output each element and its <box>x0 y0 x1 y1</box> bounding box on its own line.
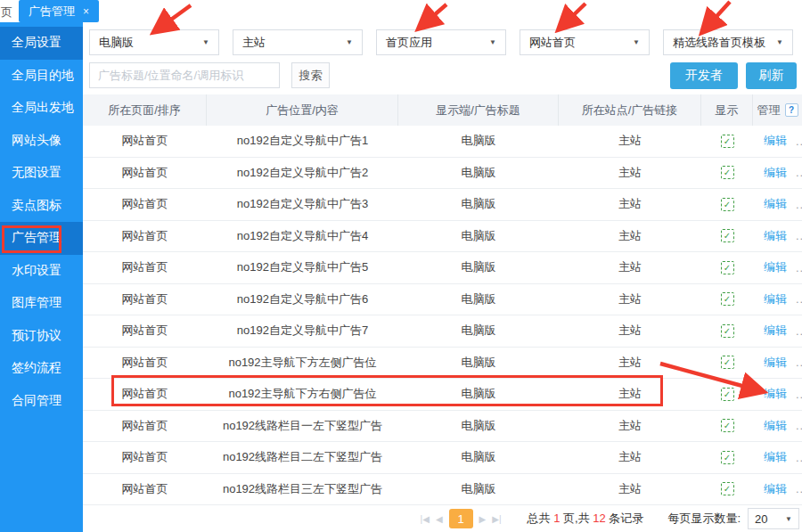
edit-link[interactable]: 编辑 <box>764 355 787 371</box>
header-terminal-title: 显示端/广告标题 <box>398 94 559 126</box>
developer-button[interactable]: 开发者 <box>670 62 738 89</box>
filter-select-2[interactable]: 主站▼ <box>233 29 363 55</box>
cell-site: 主站 <box>559 442 701 473</box>
cell-manage: 编辑.. <box>753 158 802 189</box>
filter-select-value: 网站首页 <box>529 35 576 51</box>
table-row: 网站首页no192自定义导航中广告2电脑版主站✓编辑.. <box>83 158 802 190</box>
visible-checkbox[interactable]: ✓ <box>721 482 734 495</box>
refresh-button[interactable]: 刷新 <box>746 62 797 89</box>
visible-checkbox[interactable]: ✓ <box>721 451 734 464</box>
filter-select-value: 电脑版 <box>99 35 134 51</box>
more-actions[interactable]: .. <box>796 135 802 148</box>
cell-position: no192自定义导航中广告6 <box>207 284 398 315</box>
cell-terminal: 电脑版 <box>398 189 559 220</box>
more-actions[interactable]: .. <box>796 388 802 401</box>
sidebar-item-3[interactable]: 网站头像 <box>0 125 83 158</box>
current-page[interactable]: 1 <box>449 509 473 528</box>
sidebar-item-11[interactable]: 合同管理 <box>0 385 83 418</box>
cell-page: 网站首页 <box>83 348 207 379</box>
more-actions[interactable]: .. <box>796 482 802 495</box>
table-row: 网站首页no192线路栏目一左下竖型广告电脑版主站✓编辑.. <box>83 411 802 443</box>
search-input[interactable] <box>89 62 280 88</box>
per-page-select[interactable]: 20 ▼ <box>748 508 799 529</box>
edit-link[interactable]: 编辑 <box>764 133 787 149</box>
help-icon[interactable]: ? <box>785 103 798 117</box>
edit-link[interactable]: 编辑 <box>764 196 787 212</box>
visible-checkbox[interactable]: ✓ <box>721 229 734 242</box>
edit-link[interactable]: 编辑 <box>764 481 787 497</box>
visible-checkbox[interactable]: ✓ <box>721 135 734 148</box>
more-actions[interactable]: .. <box>796 261 802 274</box>
sidebar-item-10[interactable]: 签约流程 <box>0 352 83 385</box>
edit-link[interactable]: 编辑 <box>764 228 787 244</box>
more-actions[interactable]: .. <box>796 356 802 369</box>
more-actions[interactable]: .. <box>796 451 802 464</box>
cell-manage: 编辑.. <box>753 315 802 347</box>
header-page-sort: 所在页面/排序 <box>83 94 207 126</box>
sidebar-item-6[interactable]: 广告管理 <box>0 222 83 255</box>
more-actions[interactable]: .. <box>796 292 802 306</box>
tab-label: 广告管理 <box>29 4 75 20</box>
sidebar-item-5[interactable]: 卖点图标 <box>0 190 83 223</box>
edit-link[interactable]: 编辑 <box>764 418 787 434</box>
cell-visible: ✓ <box>701 442 753 473</box>
more-actions[interactable]: .. <box>796 419 802 432</box>
edit-link[interactable]: 编辑 <box>764 165 787 181</box>
cell-position: no192自定义导航中广告5 <box>207 252 398 283</box>
visible-checkbox[interactable]: ✓ <box>721 261 734 274</box>
close-icon[interactable]: × <box>83 5 89 18</box>
sidebar-item-9[interactable]: 预订协议 <box>0 320 83 353</box>
first-page-icon[interactable]: |◀ <box>421 514 430 524</box>
edit-link[interactable]: 编辑 <box>764 291 787 307</box>
search-button[interactable]: 搜索 <box>291 62 330 88</box>
more-actions[interactable]: .. <box>796 229 802 242</box>
prev-page-icon[interactable]: ◀ <box>436 514 443 524</box>
edit-link[interactable]: 编辑 <box>764 386 787 402</box>
filter-select-value: 精选线路首页模板 <box>673 35 765 51</box>
chevron-down-icon: ▼ <box>785 515 792 523</box>
cell-visible: ✓ <box>701 221 753 252</box>
visible-checkbox[interactable]: ✓ <box>721 419 734 432</box>
filter-select-3[interactable]: 首页应用▼ <box>376 29 506 55</box>
last-page-icon[interactable]: ▶| <box>492 514 501 524</box>
cell-manage: 编辑.. <box>753 221 802 252</box>
visible-checkbox[interactable]: ✓ <box>721 198 734 211</box>
edit-link[interactable]: 编辑 <box>764 259 787 275</box>
filter-select-5[interactable]: 精选线路首页模板▼ <box>663 29 793 55</box>
cell-position: no192线路栏目二左下竖型广告 <box>207 442 398 473</box>
sidebar-item-2[interactable]: 全局出发地 <box>0 92 83 125</box>
visible-checkbox[interactable]: ✓ <box>721 292 734 306</box>
cell-terminal: 电脑版 <box>398 474 559 505</box>
edit-link[interactable]: 编辑 <box>764 449 787 465</box>
chevron-down-icon: ▼ <box>202 38 209 46</box>
table-row: 网站首页no192线路栏目三左下竖型广告电脑版主站✓编辑.. <box>83 474 802 506</box>
next-page-icon[interactable]: ▶ <box>479 514 487 524</box>
cell-terminal: 电脑版 <box>398 411 559 442</box>
cell-visible: ✓ <box>701 315 753 347</box>
visible-checkbox[interactable]: ✓ <box>721 356 734 369</box>
sidebar-item-7[interactable]: 水印设置 <box>0 255 83 288</box>
tab-ad-management[interactable]: 广告管理 × <box>19 0 99 22</box>
more-actions[interactable]: .. <box>796 166 802 179</box>
visible-checkbox[interactable]: ✓ <box>721 166 734 179</box>
cell-visible: ✓ <box>701 474 753 505</box>
cell-position: no192线路栏目三左下竖型广告 <box>207 474 398 505</box>
sidebar-item-8[interactable]: 图库管理 <box>0 287 83 320</box>
cell-site: 主站 <box>559 411 701 442</box>
filter-select-4[interactable]: 网站首页▼ <box>520 29 650 55</box>
cell-terminal: 电脑版 <box>398 442 559 473</box>
filter-select-1[interactable]: 电脑版▼ <box>89 29 219 55</box>
more-actions[interactable]: .. <box>796 198 802 211</box>
cell-site: 主站 <box>559 189 701 220</box>
cell-manage: 编辑.. <box>753 348 802 379</box>
sidebar-item-1[interactable]: 全局目的地 <box>0 60 83 93</box>
visible-checkbox[interactable]: ✓ <box>721 388 734 401</box>
more-actions[interactable]: .. <box>796 324 802 338</box>
edit-link[interactable]: 编辑 <box>764 323 787 339</box>
cell-site: 主站 <box>559 315 701 347</box>
visible-checkbox[interactable]: ✓ <box>721 324 734 338</box>
tab-partial[interactable]: 页 <box>1 4 12 20</box>
sidebar-item-4[interactable]: 无图设置 <box>0 157 83 190</box>
sidebar-item-0[interactable]: 全局设置 <box>0 27 83 60</box>
cell-page: 网站首页 <box>83 126 207 157</box>
